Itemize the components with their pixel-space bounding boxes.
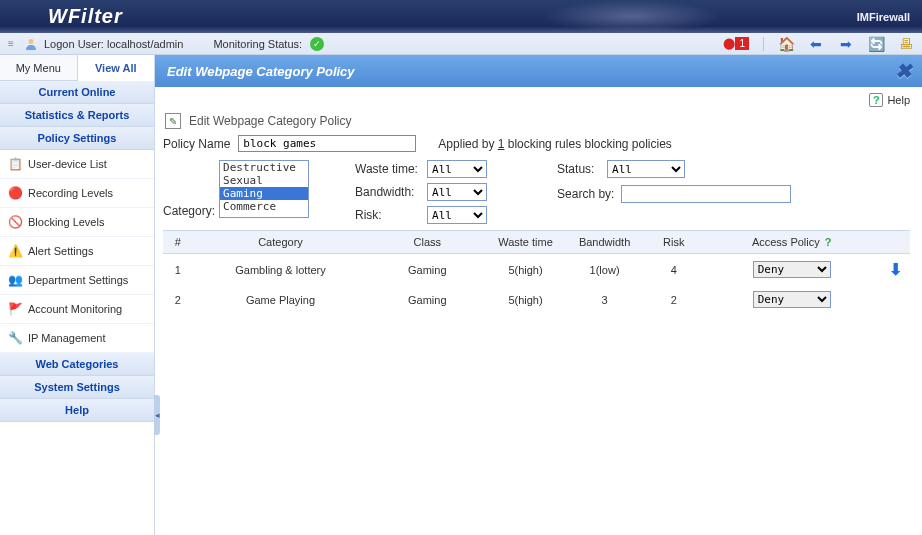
form-title-row: ✎ Edit Webpage Category Policy: [165, 113, 910, 129]
nav-header[interactable]: Policy Settings: [0, 127, 154, 150]
help-icon[interactable]: ?: [869, 93, 883, 107]
applied-by-text: Applied by 1 blocking rules blocking pol…: [438, 137, 671, 151]
status-label: Status:: [557, 162, 607, 176]
table-header: Category: [192, 231, 368, 254]
sidebar: My Menu View All Current OnlineStatistic…: [0, 55, 155, 535]
nav-item-label: Recording Levels: [28, 187, 113, 199]
nav-item-label: Blocking Levels: [28, 216, 104, 228]
down-arrow-icon[interactable]: ⬇: [889, 261, 902, 278]
row-bandwidth: 1(low): [565, 254, 644, 286]
dept-icon: 👥: [8, 273, 22, 287]
nav-item[interactable]: 🔧IP Management: [0, 324, 154, 353]
table-header: Class: [368, 231, 486, 254]
category-listbox[interactable]: DestructiveSexualGamingCommerce: [219, 160, 309, 218]
nav-item-label: Alert Settings: [28, 245, 93, 257]
logon-label: Logon User:: [44, 38, 104, 50]
help-question-icon[interactable]: ?: [825, 236, 832, 248]
category-option[interactable]: Sexual: [220, 174, 308, 187]
category-option[interactable]: Destructive: [220, 161, 308, 174]
access-policy-select[interactable]: Deny: [753, 291, 831, 308]
panel-title-bar: Edit Webpage Category Policy ✖: [155, 55, 922, 87]
alert-pin-icon[interactable]: ⬤1: [723, 37, 749, 50]
search-input[interactable]: [621, 185, 791, 203]
main-panel: Edit Webpage Category Policy ✖ ? Help ✎ …: [155, 55, 922, 535]
block-icon: 🚫: [8, 215, 22, 229]
nav-item[interactable]: 📋User-device List: [0, 150, 154, 179]
risk-select[interactable]: All: [427, 206, 487, 224]
monitoring-label: Monitoring Status:: [213, 38, 302, 50]
page-icon: ✎: [165, 113, 181, 129]
category-option[interactable]: Gaming: [220, 187, 308, 200]
alert-icon: ⚠️: [8, 244, 22, 258]
tab-my-menu[interactable]: My Menu: [0, 55, 78, 80]
policy-name-label: Policy Name: [163, 137, 230, 151]
record-icon: 🔴: [8, 186, 22, 200]
flag-icon: 🚩: [8, 302, 22, 316]
nav-item[interactable]: 🚩Account Monitoring: [0, 295, 154, 324]
nav-header[interactable]: Current Online: [0, 81, 154, 104]
access-policy-select[interactable]: Deny: [753, 261, 831, 278]
policy-name-input[interactable]: [238, 135, 416, 152]
nav-header[interactable]: System Settings: [0, 376, 154, 399]
app-header: WFilter IMFirewall: [0, 0, 922, 33]
row-class: Gaming: [368, 285, 486, 314]
table-header: #: [163, 231, 192, 254]
row-bandwidth: 3: [565, 285, 644, 314]
row-risk: 2: [644, 285, 703, 314]
home-icon[interactable]: 🏠: [778, 36, 794, 52]
nav-header[interactable]: Statistics & Reports: [0, 104, 154, 127]
menu-icon[interactable]: ≡: [8, 42, 18, 46]
nav-item[interactable]: ⚠️Alert Settings: [0, 237, 154, 266]
back-icon[interactable]: ⬅: [808, 36, 824, 52]
row-index: 1: [163, 254, 192, 286]
table-header: Bandwidth: [565, 231, 644, 254]
row-class: Gaming: [368, 254, 486, 286]
table-header: Access Policy ?: [703, 231, 880, 254]
table-header: Risk: [644, 231, 703, 254]
table-header: [880, 231, 910, 254]
risk-label: Risk:: [355, 208, 427, 222]
category-policy-table: #CategoryClassWaste timeBandwidthRiskAcc…: [163, 230, 910, 314]
header-decoration: [542, 0, 722, 33]
waste-select[interactable]: All: [427, 160, 487, 178]
forward-icon[interactable]: ➡: [838, 36, 854, 52]
nav-item-label: IP Management: [28, 332, 105, 344]
table-header: Waste time: [486, 231, 565, 254]
user-icon: [24, 37, 38, 51]
bandwidth-label: Bandwidth:: [355, 185, 427, 199]
category-option[interactable]: Commerce: [220, 200, 308, 213]
row-waste: 5(high): [486, 254, 565, 286]
waste-label: Waste time:: [355, 162, 427, 176]
svg-point-0: [29, 39, 34, 44]
app-logo: WFilter: [48, 5, 123, 28]
row-category: Gambling & lottery: [192, 254, 368, 286]
nav-header[interactable]: Help: [0, 399, 154, 422]
nav-item[interactable]: 🔴Recording Levels: [0, 179, 154, 208]
help-label[interactable]: Help: [887, 94, 910, 106]
form-title: Edit Webpage Category Policy: [189, 114, 352, 128]
status-ok-icon: ✓: [310, 37, 324, 51]
bandwidth-select[interactable]: All: [427, 183, 487, 201]
top-toolbar: ≡ Logon User: localhost/admin Monitoring…: [0, 33, 922, 55]
panel-title: Edit Webpage Category Policy: [167, 64, 355, 79]
nav-item-label: User-device List: [28, 158, 107, 170]
tab-view-all[interactable]: View All: [78, 55, 155, 81]
nav-item[interactable]: 🚫Blocking Levels: [0, 208, 154, 237]
print-icon[interactable]: 🖶: [898, 36, 914, 52]
row-category: Game Playing: [192, 285, 368, 314]
refresh-icon[interactable]: 🔄: [868, 36, 884, 52]
ip-icon: 🔧: [8, 331, 22, 345]
nav-header[interactable]: Web Categories: [0, 353, 154, 376]
nav-item-label: Account Monitoring: [28, 303, 122, 315]
sidebar-collapse-handle[interactable]: ◂: [154, 395, 160, 435]
list-icon: 📋: [8, 157, 22, 171]
close-icon[interactable]: ✖: [895, 59, 912, 83]
category-label: Category:: [163, 204, 215, 218]
row-index: 2: [163, 285, 192, 314]
row-waste: 5(high): [486, 285, 565, 314]
nav-item[interactable]: 👥Department Settings: [0, 266, 154, 295]
table-row: 1Gambling & lotteryGaming5(high)1(low)4D…: [163, 254, 910, 286]
status-select[interactable]: All: [607, 160, 685, 178]
table-row: 2Game PlayingGaming5(high)32Deny: [163, 285, 910, 314]
nav-item-label: Department Settings: [28, 274, 128, 286]
